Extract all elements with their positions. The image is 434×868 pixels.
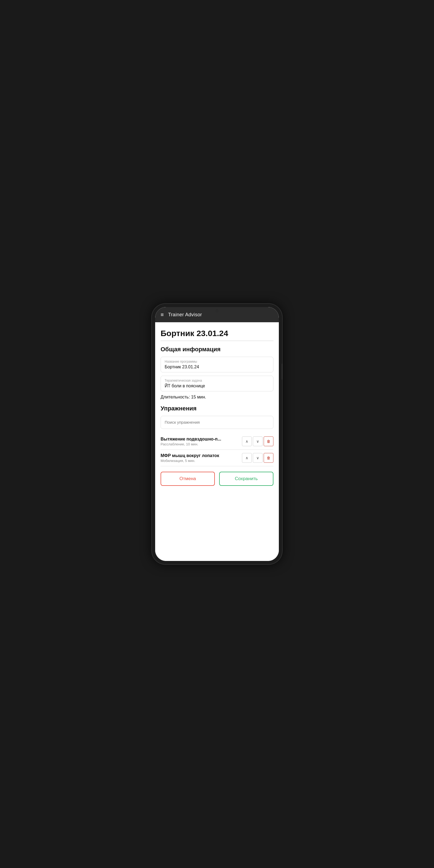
exercise-controls-2: ∧ ∨ 🗑 (242, 453, 273, 463)
program-name-label: Название программы (165, 360, 269, 364)
general-info-section-title: Общая информация (161, 346, 273, 353)
exercise-info-1: Вытяжение подвздошно-п... Расслабление, … (161, 437, 240, 446)
save-button[interactable]: Сохранить (219, 472, 273, 486)
therapeutic-task-field: Терапевтическая задача ЙТ боли в поясниц… (161, 376, 273, 392)
exercise-item-1: Вытяжение подвздошно-п... Расслабление, … (161, 433, 273, 450)
move-up-button-1[interactable]: ∧ (242, 436, 252, 446)
camera-notch (215, 309, 219, 312)
move-down-button-2[interactable]: ∨ (253, 453, 262, 463)
exercise-name-1: Вытяжение подвздошно-п... (161, 437, 240, 442)
exercise-name-2: МФР мышц вокруг лопаток (161, 453, 240, 458)
main-content: Бортник 23.01.24 Общая информация Назван… (155, 322, 279, 561)
exercise-meta-1: Расслабление, 10 мин. (161, 442, 240, 446)
move-up-button-2[interactable]: ∧ (242, 453, 252, 463)
program-name-field: Название программы Бортник 23.01.24 (161, 357, 273, 372)
side-button (282, 364, 282, 380)
exercise-info-2: МФР мышц вокруг лопаток Мобилизация, 5 м… (161, 453, 240, 463)
therapeutic-task-value: ЙТ боли в пояснице (165, 383, 269, 389)
program-name-value: Бортник 23.01.24 (165, 365, 269, 369)
exercise-item-2: МФР мышц вокруг лопаток Мобилизация, 5 м… (161, 450, 273, 466)
page-title: Бортник 23.01.24 (161, 329, 273, 338)
move-down-button-1[interactable]: ∨ (253, 436, 262, 446)
bottom-buttons: Отмена Сохранить (161, 472, 273, 489)
delete-button-1[interactable]: 🗑 (264, 436, 273, 446)
phone-shell: ≡ Trainer Advisor Бортник 23.01.24 Общая… (152, 304, 282, 564)
app-title: Trainer Advisor (168, 312, 202, 318)
duration-text: Длительность: 15 мин. (161, 395, 273, 400)
delete-button-2[interactable]: 🗑 (264, 453, 273, 463)
therapeutic-task-label: Терапевтическая задача (165, 379, 269, 382)
exercise-meta-2: Мобилизация, 5 мин. (161, 459, 240, 463)
hamburger-icon[interactable]: ≡ (161, 312, 164, 318)
cancel-button[interactable]: Отмена (161, 472, 215, 486)
search-field-wrapper[interactable] (161, 416, 273, 429)
search-input[interactable] (165, 420, 269, 425)
exercise-controls-1: ∧ ∨ 🗑 (242, 436, 273, 446)
title-divider (161, 341, 273, 341)
phone-screen: ≡ Trainer Advisor Бортник 23.01.24 Общая… (155, 307, 279, 561)
exercises-section-title: Упражнения (161, 405, 273, 412)
